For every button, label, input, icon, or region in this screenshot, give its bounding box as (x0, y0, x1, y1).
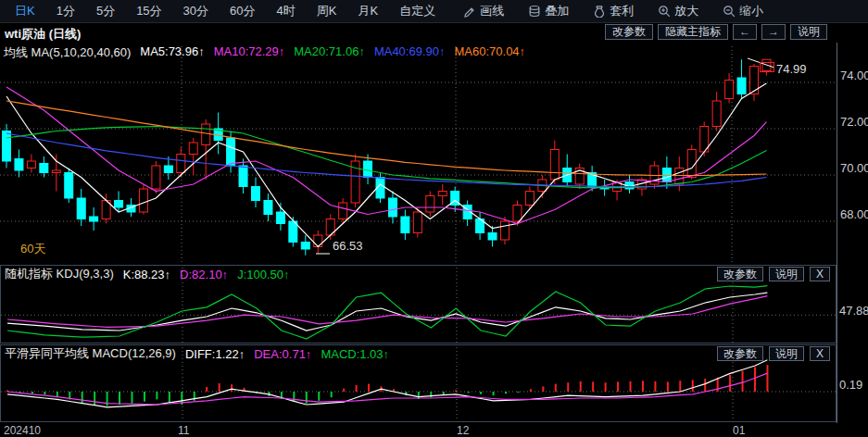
price-axis-label: 72.00 (840, 115, 868, 129)
stack-icon (528, 5, 541, 18)
time-axis-tick: 11 (178, 424, 189, 437)
chart-title-bar: wti原油 (日线) 改参数 隐藏主指标 ← → 说明 (0, 23, 868, 43)
macd-diff-value: DIFF:1.22↑ (185, 347, 245, 361)
kdj-close-button[interactable]: X (810, 267, 830, 281)
macd-help-button[interactable]: 说明 (769, 346, 804, 361)
tool-label: 画线 (480, 3, 504, 19)
prev-arrow-button[interactable]: ← (733, 24, 757, 40)
svg-text:74.99: 74.99 (776, 62, 807, 76)
toolbar: 日K 1分 5分 15分 30分 60分 4时 周K 月K 自定义 画线 叠加 … (0, 0, 868, 23)
ma60-value: MA60:70.04↑ (455, 44, 526, 58)
kdj-button-group: 改参数 说明 X (717, 267, 830, 281)
tab-60min[interactable]: 60分 (230, 3, 255, 19)
time-axis-tick: 202410 (4, 424, 41, 437)
pencil-icon (463, 5, 476, 18)
kdj-panel: 随机指标 KDJ(9,3,3) K:88.23↑ D:82.10↑ J:100.… (0, 265, 837, 343)
kdj-help-button[interactable]: 说明 (769, 267, 804, 281)
tab-day-k[interactable]: 日K (15, 3, 35, 19)
next-arrow-button[interactable]: → (761, 24, 786, 40)
instrument-title: wti原油 (日线) (5, 26, 81, 43)
tab-5min[interactable]: 5分 (96, 3, 115, 19)
ma-legend: 均线 MA(5,10,20,40,60) MA5:73.96↑ MA10:72.… (4, 44, 525, 58)
tab-1min[interactable]: 1分 (57, 3, 75, 19)
kdj-title: 随机指标 KDJ(9,3,3) (5, 266, 114, 282)
tab-week-k[interactable]: 周K (317, 3, 337, 19)
macd-macd-value: MACD:1.03↑ (321, 347, 389, 361)
title-button-group: 改参数 隐藏主指标 ← → 说明 (605, 24, 827, 40)
arbitrage-button[interactable]: 套利 (593, 3, 634, 19)
tab-15min[interactable]: 15分 (136, 3, 161, 19)
tool-label: 放大 (674, 3, 698, 19)
trading-app-window: 日K 1分 5分 15分 30分 60分 4时 周K 月K 自定义 画线 叠加 … (0, 0, 868, 437)
time-axis-tick: 12 (457, 424, 469, 437)
price-axis-label: 74.00 (840, 69, 868, 82)
ma20-value: MA20:71.06↑ (294, 44, 365, 58)
time-axis: 202410 11 12 01 (0, 423, 868, 437)
tab-4hour[interactable]: 4时 (277, 3, 296, 19)
tab-custom[interactable]: 自定义 (399, 3, 435, 19)
main-chart-canvas[interactable]: 66.5374.99 (0, 43, 868, 265)
period-60day-label: 60天 (20, 241, 45, 257)
tab-30min[interactable]: 30分 (183, 3, 208, 19)
kdj-k-value: K:88.23↑ (123, 268, 170, 281)
hide-main-indicator-button[interactable]: 隐藏主指标 (658, 24, 728, 40)
kdj-j-value: J:100.50↑ (237, 268, 289, 281)
macd-header: 平滑异同平均线 MACD(12,26,9) DIFF:1.22↑ DEA:0.7… (5, 346, 834, 361)
help-button[interactable]: 说明 (790, 24, 827, 40)
time-axis-tick: 01 (733, 424, 745, 437)
tool-label: 叠加 (545, 3, 569, 19)
tool-label: 套利 (610, 3, 634, 19)
macd-axis-label: 0.19 (839, 378, 868, 392)
price-axis-separator (837, 43, 837, 423)
macd-title: 平滑异同平均线 MACD(12,26,9) (5, 345, 176, 362)
macd-close-button[interactable]: X (810, 346, 830, 361)
kdj-d-value: D:82.10↑ (180, 268, 228, 281)
ma5-value: MA5:73.96↑ (140, 44, 204, 58)
ma-legend-label: 均线 MA(5,10,20,40,60) (4, 44, 131, 58)
svg-text:66.53: 66.53 (333, 239, 363, 253)
tab-month-k[interactable]: 月K (358, 3, 378, 19)
zoom-in-button[interactable]: 放大 (658, 3, 698, 19)
price-axis-label: 68.00 (840, 207, 868, 221)
tool-label: 缩小 (739, 3, 763, 19)
macd-dea-value: DEA:0.71↑ (254, 347, 311, 361)
draw-line-button[interactable]: 画线 (463, 3, 504, 19)
overlay-button[interactable]: 叠加 (528, 3, 569, 19)
ma10-value: MA10:72.29↑ (214, 44, 285, 58)
zoom-in-icon (658, 5, 671, 18)
change-params-button[interactable]: 改参数 (605, 24, 653, 40)
macd-button-group: 改参数 说明 X (717, 346, 830, 361)
macd-change-params-button[interactable]: 改参数 (717, 346, 763, 361)
macd-panel: 平滑异同平均线 MACD(12,26,9) DIFF:1.22↑ DEA:0.7… (0, 344, 837, 422)
zoom-out-icon (723, 5, 736, 18)
zoom-out-button[interactable]: 缩小 (723, 3, 763, 19)
kdj-change-params-button[interactable]: 改参数 (717, 267, 763, 281)
kdj-header: 随机指标 KDJ(9,3,3) K:88.23↑ D:82.10↑ J:100.… (5, 267, 834, 281)
kdj-axis-label: 47.88 (839, 304, 868, 318)
ma40-value: MA40:69.90↑ (374, 44, 446, 58)
moneybag-icon (593, 5, 606, 18)
price-axis-label: 70.00 (840, 161, 868, 175)
